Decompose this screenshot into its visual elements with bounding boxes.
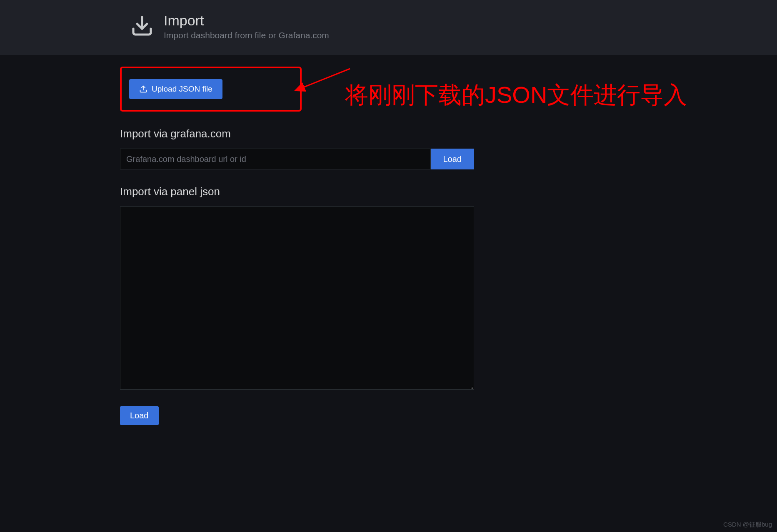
page-title: Import — [164, 12, 329, 29]
import-panel-json-label: Import via panel json — [120, 185, 474, 198]
upload-icon — [139, 85, 147, 93]
import-grafana-label: Import via grafana.com — [120, 127, 474, 140]
upload-button-label: Upload JSON file — [152, 85, 212, 94]
load-button[interactable]: Load — [120, 406, 159, 425]
grafana-load-button[interactable]: Load — [431, 149, 475, 169]
highlight-annotation-box: Upload JSON file — [120, 67, 302, 112]
grafana-url-input[interactable] — [120, 149, 431, 169]
page-subtitle: Import dashboard from file or Grafana.co… — [164, 30, 329, 40]
upload-json-button[interactable]: Upload JSON file — [129, 79, 222, 99]
page-header: Import Import dashboard from file or Gra… — [0, 0, 777, 55]
watermark: CSDN @征服bug — [723, 521, 772, 529]
main-content: Upload JSON file Import via grafana.com … — [120, 67, 474, 425]
panel-json-textarea[interactable] — [120, 206, 474, 390]
import-icon — [130, 14, 154, 39]
